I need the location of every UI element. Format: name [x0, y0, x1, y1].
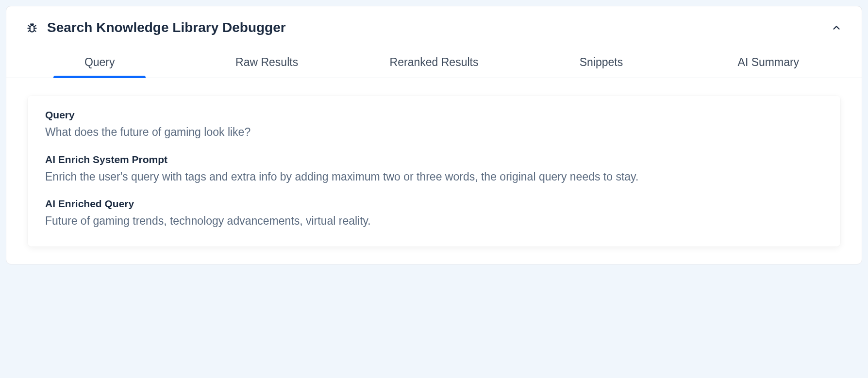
- collapse-toggle[interactable]: [831, 22, 842, 33]
- tabs-bar: Query Raw Results Reranked Results Snipp…: [6, 49, 862, 78]
- field-value-ai-enrich-system-prompt: Enrich the user's query with tags and ex…: [45, 168, 823, 186]
- field-label-ai-enrich-system-prompt: AI Enrich System Prompt: [45, 154, 823, 165]
- bug-icon: [26, 21, 38, 34]
- tab-query[interactable]: Query: [16, 49, 183, 78]
- query-panel: Query What does the future of gaming loo…: [28, 96, 840, 247]
- tab-reranked-results[interactable]: Reranked Results: [351, 49, 517, 78]
- header-left: Search Knowledge Library Debugger: [26, 20, 286, 35]
- field-value-query: What does the future of gaming look like…: [45, 124, 823, 141]
- chevron-up-icon: [831, 22, 842, 33]
- debugger-card: Search Knowledge Library Debugger Query …: [6, 6, 862, 264]
- tab-ai-summary[interactable]: AI Summary: [685, 49, 852, 78]
- tab-raw-results[interactable]: Raw Results: [183, 49, 350, 78]
- field-label-ai-enriched-query: AI Enriched Query: [45, 198, 823, 210]
- card-header: Search Knowledge Library Debugger: [6, 6, 862, 49]
- field-query: Query What does the future of gaming loo…: [45, 109, 823, 141]
- field-label-query: Query: [45, 109, 823, 121]
- field-ai-enriched-query: AI Enriched Query Future of gaming trend…: [45, 198, 823, 230]
- field-ai-enrich-system-prompt: AI Enrich System Prompt Enrich the user'…: [45, 154, 823, 186]
- svg-rect-0: [30, 26, 34, 32]
- page-title: Search Knowledge Library Debugger: [47, 20, 286, 35]
- tab-snippets[interactable]: Snippets: [517, 49, 684, 78]
- field-value-ai-enriched-query: Future of gaming trends, technology adva…: [45, 213, 823, 230]
